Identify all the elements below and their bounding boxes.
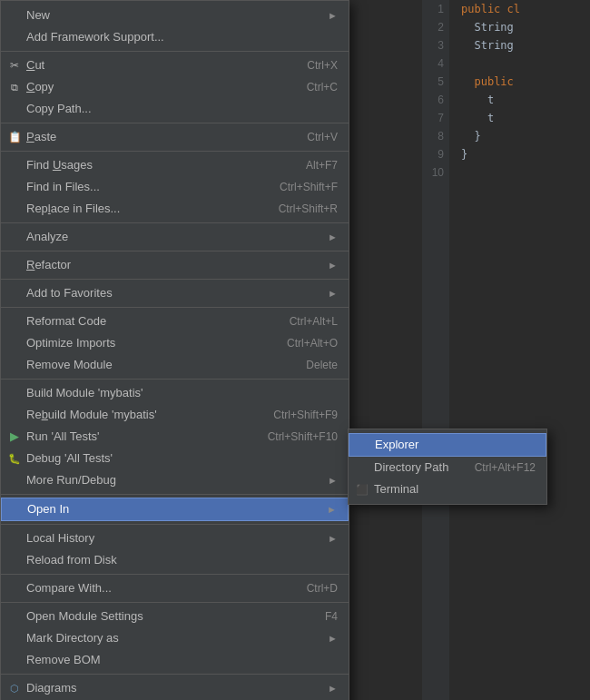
directory-path-shortcut: Ctrl+Alt+F12: [475, 459, 536, 476]
menu-item-copy[interactable]: ⧉ Copy Ctrl+C: [1, 76, 349, 98]
submenu-item-terminal[interactable]: ⬛ Terminal: [349, 478, 546, 500]
submenu-item-directory-path-label: Directory Path: [374, 459, 457, 476]
rebuild-shortcut: Ctrl+Shift+F9: [273, 407, 338, 423]
mark-directory-arrow: ►: [328, 630, 338, 646]
menu-item-refactor[interactable]: Refactor ►: [1, 254, 349, 276]
separator-8: [1, 379, 349, 380]
submenu-open-in: Explorer Directory Path Ctrl+Alt+F12 ⬛ T…: [348, 429, 547, 505]
menu-item-new[interactable]: New ►: [1, 5, 349, 26]
optimize-shortcut: Ctrl+Alt+O: [287, 335, 338, 351]
reformat-shortcut: Ctrl+Alt+L: [290, 313, 338, 330]
menu-item-replace-files-label: Replace in Files...: [26, 201, 261, 217]
menu-item-run-tests-label: Run 'All Tests': [26, 429, 250, 445]
menu-item-diagrams-label: Diagrams: [26, 680, 320, 696]
menu-item-cut[interactable]: ✂ Cut Ctrl+X: [1, 54, 349, 76]
menu-item-find-files-label: Find in Files...: [26, 179, 261, 195]
separator-6: [1, 279, 349, 280]
menu-item-debug-tests[interactable]: 🐛 Debug 'All Tests': [1, 448, 349, 469]
submenu-arrow: ►: [328, 7, 338, 24]
separator-2: [1, 123, 349, 123]
menu-item-replace-files[interactable]: Replace in Files... Ctrl+Shift+R: [1, 198, 349, 220]
menu-item-more-run[interactable]: More Run/Debug ►: [1, 469, 349, 491]
menu-item-remove-bom[interactable]: Remove BOM: [1, 649, 349, 671]
diagrams-icon: ⬡: [6, 680, 23, 696]
menu-item-debug-tests-label: Debug 'All Tests': [26, 450, 338, 467]
separator-11: [1, 574, 349, 575]
copy-shortcut: Ctrl+C: [307, 79, 338, 95]
menu-item-add-framework[interactable]: Add Framework Support...: [1, 26, 349, 48]
menu-item-build-module-label: Build Module 'mybatis': [26, 385, 338, 401]
run-tests-shortcut: Ctrl+Shift+F10: [268, 429, 338, 445]
refactor-arrow: ►: [328, 257, 338, 273]
separator-4: [1, 222, 349, 223]
separator-3: [1, 151, 349, 152]
menu-item-reformat[interactable]: Reformat Code Ctrl+Alt+L: [1, 311, 349, 332]
local-history-arrow: ►: [328, 530, 338, 547]
menu-item-add-framework-label: Add Framework Support...: [26, 29, 338, 45]
menu-item-cut-label: Cut: [26, 57, 289, 74]
menu-item-module-settings[interactable]: Open Module Settings F4: [1, 606, 349, 627]
menu-item-local-history[interactable]: Local History ►: [1, 527, 349, 549]
menu-item-copy-label: Copy: [26, 79, 289, 95]
submenu-item-explorer[interactable]: Explorer: [349, 433, 546, 457]
compare-shortcut: Ctrl+D: [307, 580, 338, 596]
menu-item-add-favorites[interactable]: Add to Favorites ►: [1, 282, 349, 304]
menu-item-diagrams[interactable]: ⬡ Diagrams ►: [1, 677, 349, 699]
menu-item-new-label: New: [26, 7, 320, 24]
context-menu: New ► Add Framework Support... ✂ Cut Ctr…: [0, 0, 349, 700]
analyze-arrow: ►: [328, 229, 338, 245]
module-settings-shortcut: F4: [325, 608, 338, 625]
menu-item-find-usages[interactable]: Find Usages Alt+F7: [1, 154, 349, 176]
open-in-arrow: ►: [327, 501, 337, 518]
menu-item-reload[interactable]: Reload from Disk: [1, 549, 349, 571]
separator-12: [1, 602, 349, 603]
replace-files-shortcut: Ctrl+Shift+R: [279, 201, 338, 217]
menu-item-open-in-label: Open In: [27, 501, 320, 518]
menu-item-refactor-label: Refactor: [26, 257, 320, 273]
separator-13: [1, 674, 349, 675]
menu-item-copy-path[interactable]: Copy Path...: [1, 98, 349, 120]
run-icon: ▶: [6, 429, 23, 445]
menu-item-find-files[interactable]: Find in Files... Ctrl+Shift+F: [1, 176, 349, 198]
menu-item-compare[interactable]: Compare With... Ctrl+D: [1, 577, 349, 599]
submenu-item-terminal-label: Terminal: [374, 481, 536, 498]
menu-item-rebuild-module[interactable]: Rebuild Module 'mybatis' Ctrl+Shift+F9: [1, 404, 349, 426]
submenu-item-explorer-label: Explorer: [375, 437, 535, 453]
debug-icon: 🐛: [6, 450, 23, 467]
line-numbers: 1 2 3 4 5 6 7 8 9 10: [422, 0, 449, 700]
menu-item-mark-directory[interactable]: Mark Directory as ►: [1, 627, 349, 649]
more-run-arrow: ►: [328, 472, 338, 488]
menu-item-optimize-imports-label: Optimize Imports: [26, 335, 269, 351]
submenu-item-directory-path[interactable]: Directory Path Ctrl+Alt+F12: [349, 457, 546, 478]
paste-shortcut: Ctrl+V: [307, 129, 338, 145]
menu-item-run-tests[interactable]: ▶ Run 'All Tests' Ctrl+Shift+F10: [1, 426, 349, 448]
remove-module-shortcut: Delete: [306, 357, 338, 373]
paste-icon: 📋: [6, 129, 23, 145]
menu-item-open-in[interactable]: Open In ►: [1, 498, 349, 521]
menu-item-local-history-label: Local History: [26, 530, 320, 547]
menu-item-optimize-imports[interactable]: Optimize Imports Ctrl+Alt+O: [1, 332, 349, 354]
copy-icon: ⧉: [6, 79, 23, 95]
menu-item-copy-path-label: Copy Path...: [26, 101, 338, 117]
menu-item-module-settings-label: Open Module Settings: [26, 608, 307, 625]
menu-item-rebuild-module-label: Rebuild Module 'mybatis': [26, 407, 255, 423]
menu-item-remove-module[interactable]: Remove Module Delete: [1, 354, 349, 376]
find-usages-shortcut: Alt+F7: [306, 157, 338, 173]
menu-item-build-module[interactable]: Build Module 'mybatis': [1, 382, 349, 404]
favorites-arrow: ►: [328, 285, 338, 301]
menu-item-reload-label: Reload from Disk: [26, 552, 338, 568]
menu-item-reformat-label: Reformat Code: [26, 313, 271, 330]
diagrams-arrow: ►: [328, 680, 338, 696]
terminal-icon: ⬛: [354, 481, 370, 498]
menu-item-remove-bom-label: Remove BOM: [26, 652, 338, 668]
separator-10: [1, 524, 349, 525]
separator-5: [1, 251, 349, 251]
menu-item-paste[interactable]: 📋 Paste Ctrl+V: [1, 126, 349, 148]
menu-item-analyze[interactable]: Analyze ►: [1, 226, 349, 248]
menu-item-paste-label: Paste: [26, 129, 289, 145]
find-files-shortcut: Ctrl+Shift+F: [280, 179, 338, 195]
separator-1: [1, 51, 349, 52]
separator-7: [1, 307, 349, 308]
cut-shortcut: Ctrl+X: [307, 57, 338, 74]
menu-item-mark-directory-label: Mark Directory as: [26, 630, 320, 646]
